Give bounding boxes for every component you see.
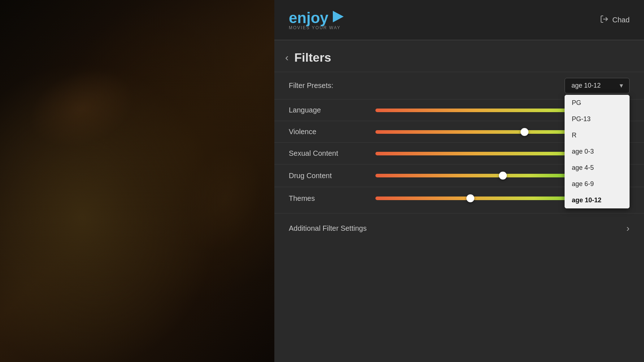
- filters-panel: enjoy MOVIES YOUR WAY Chad: [274, 0, 644, 362]
- user-area: Chad: [600, 15, 630, 25]
- themes-label: Themes: [289, 194, 375, 203]
- svg-marker-0: [333, 11, 344, 22]
- logo: enjoy: [289, 9, 344, 27]
- filter-presets-row: Filter Presets: age 10-12 ▼ PG PG-13 R a…: [274, 72, 644, 99]
- themes-thumb[interactable]: [466, 194, 474, 202]
- preset-option-age1012[interactable]: age 10-12: [565, 192, 630, 208]
- filter-presets: Filter Presets: age 10-12 ▼ PG PG-13 R a…: [274, 72, 644, 99]
- logout-icon[interactable]: [600, 15, 609, 25]
- filters-content: ‹ Filters Filter Presets: age 10-12 ▼ PG…: [274, 40, 644, 362]
- preset-option-age03[interactable]: age 0-3: [565, 144, 630, 160]
- preset-option-age45[interactable]: age 4-5: [565, 160, 630, 176]
- additional-filter-chevron-icon: ›: [626, 223, 630, 234]
- dropdown-chevron-icon: ▼: [618, 83, 624, 89]
- logo-text: enjoy: [289, 9, 328, 27]
- violence-thumb[interactable]: [521, 128, 528, 136]
- sexual-content-label: Sexual Content: [289, 149, 375, 158]
- preset-option-age69[interactable]: age 6-9: [565, 176, 630, 192]
- filter-presets-selected: age 10-12: [571, 82, 601, 89]
- filter-presets-dropdown-wrapper: age 10-12 ▼ PG PG-13 R age 0-3 age 4-5 a…: [565, 78, 630, 93]
- filter-presets-trigger[interactable]: age 10-12 ▼: [565, 78, 630, 93]
- filter-presets-label: Filter Presets:: [289, 81, 333, 90]
- violence-label: Violence: [289, 128, 375, 136]
- additional-filter-settings-row[interactable]: Additional Filter Settings ›: [274, 213, 644, 243]
- preset-option-PG13[interactable]: PG-13: [565, 111, 630, 127]
- drug-content-label: Drug Content: [289, 172, 375, 180]
- header: enjoy MOVIES YOUR WAY Chad: [274, 0, 644, 40]
- back-button[interactable]: ‹: [285, 52, 288, 63]
- preset-option-R[interactable]: R: [565, 127, 630, 144]
- logo-area: enjoy MOVIES YOUR WAY: [289, 9, 344, 30]
- filters-title: Filters: [294, 50, 331, 65]
- language-label: Language: [289, 106, 375, 114]
- movie-thumbnail: [0, 0, 274, 362]
- user-name: Chad: [612, 16, 630, 24]
- logo-subtitle: MOVIES YOUR WAY: [289, 25, 341, 30]
- drug-content-slider[interactable]: [375, 172, 595, 179]
- additional-filter-settings-label: Additional Filter Settings: [289, 224, 367, 233]
- filter-presets-menu: PG PG-13 R age 0-3 age 4-5 age 6-9 age 1…: [565, 95, 630, 208]
- drug-content-thumb[interactable]: [499, 172, 507, 180]
- filters-header: ‹ Filters: [274, 40, 644, 72]
- preset-option-PG[interactable]: PG: [565, 95, 630, 111]
- logo-play-icon: [331, 9, 344, 27]
